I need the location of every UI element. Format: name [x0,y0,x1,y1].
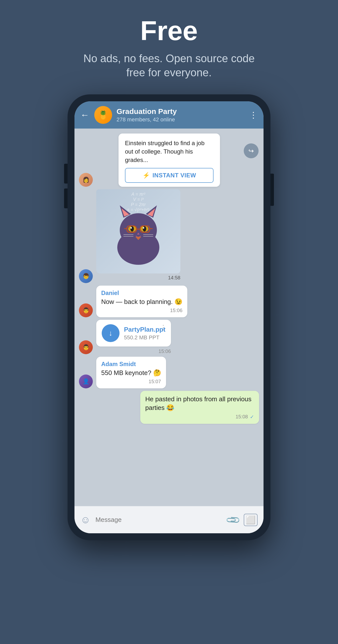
article-card: Einstein struggled to find a job out of … [118,134,220,187]
power-button [271,174,274,206]
file-menu-button[interactable]: ⋮ [160,324,167,332]
svg-point-8 [130,226,134,232]
lightning-icon: ⚡ [143,172,150,179]
phone-mockup: ← 🍍 Graduation Party 278 members, 42 onl… [67,94,271,540]
file-message-time: 15:06 [96,348,171,354]
adam-message-text: 550 MB keynote? 🤔 [101,368,161,377]
camera-button[interactable]: ⬜ [244,514,258,526]
adam-sender-name: Adam Smidt [101,361,161,368]
daniel-message-row: 👨 Daniel Now — back to planning. 😉 15:06 [79,286,259,317]
instant-view-label: INSTANT VIEW [152,172,196,179]
volume-up-button [64,164,67,184]
sender-avatar-girl: 👩 [79,173,93,187]
file-bubble: ⋮ ↓ PartyPlan.ppt 550.2 MB PPT [96,320,171,346]
file-info: PartyPlan.ppt 550.2 MB PPT [124,326,166,341]
message-input-bar: ☺ 📎 ⬜ [74,506,264,533]
own-message-footer: 15:08 ✓ [145,414,254,420]
phone-body: ← 🍍 Graduation Party 278 members, 42 onl… [67,94,271,540]
file-bubble-wrapper: ⋮ ↓ PartyPlan.ppt 550.2 MB PPT 15:06 [96,320,171,354]
chat-name: Graduation Party [117,107,249,116]
chat-info: Graduation Party 278 members, 42 online [117,107,249,123]
adam-message-row: 👤 Adam Smidt 550 MB keynote? 🤔 15:07 [79,357,259,388]
svg-point-1 [120,213,157,247]
volume-down-button [64,188,67,208]
chat-members: 278 members, 42 online [117,116,249,123]
sticker-message-row: 👦 A = πr²V = l³P = 2πrs = √(r²+h²)A = πr… [79,189,259,283]
adam-bubble: Adam Smidt 550 MB keynote? 🤔 15:07 [96,357,166,388]
forward-button[interactable]: ↪ [244,144,259,158]
svg-point-9 [143,226,146,232]
svg-point-11 [143,227,144,228]
daniel-bubble: Daniel Now — back to planning. 😉 15:06 [96,286,187,317]
svg-point-10 [130,227,132,228]
file-message-row: 👨 ⋮ ↓ PartyPlan.ppt 550.2 MB PPT [79,320,259,354]
own-message-time: 15:08 [236,414,248,420]
download-icon: ↓ [109,329,113,337]
own-message-row: He pasted in photos from all previous pa… [79,391,259,424]
page-subtitle: No ads, no fees. Open source code free f… [82,51,256,80]
daniel-sender-name: Daniel [101,290,182,296]
sticker-time: 14:58 [168,275,180,281]
article-message-row: 👩 Einstein struggled to find a job out o… [79,134,259,187]
chat-body: 👩 Einstein struggled to find a job out o… [74,128,264,506]
chat-header: ← 🍍 Graduation Party 278 members, 42 onl… [74,101,264,128]
sender-avatar-adam: 👤 [79,374,93,388]
file-size: 550.2 MB PPT [124,334,166,341]
daniel-bubble-content: Daniel Now — back to planning. 😉 15:06 [96,286,187,317]
message-tick-icon: ✓ [250,414,254,420]
article-preview-text: Einstein struggled to find a job out of … [125,139,214,164]
page-title: Free [140,15,198,46]
own-message-text: He pasted in photos from all previous pa… [145,395,254,412]
adam-bubble-wrapper: Adam Smidt 550 MB keynote? 🤔 15:07 [96,357,166,388]
own-bubble: He pasted in photos from all previous pa… [140,391,259,424]
file-name: PartyPlan.ppt [124,326,166,334]
attach-button[interactable]: 📎 [225,512,241,528]
file-download-button[interactable]: ↓ [102,324,119,342]
own-bubble-wrapper: He pasted in photos from all previous pa… [140,391,259,424]
daniel-message-text: Now — back to planning. 😉 [101,298,182,306]
back-button[interactable]: ← [80,110,89,120]
sticker-area: A = πr²V = l³P = 2πrs = √(r²+h²)A = πr² … [96,189,180,281]
chat-avatar: 🍍 [94,106,112,124]
message-input[interactable] [95,516,222,524]
phone-screen: ← 🍍 Graduation Party 278 members, 42 onl… [74,101,264,533]
daniel-message-time: 15:06 [170,308,182,313]
emoji-button[interactable]: ☺ [80,514,91,525]
instant-view-button[interactable]: ⚡ INSTANT VIEW [125,168,214,183]
cat-sticker-svg [109,198,168,265]
sender-avatar-file: 👨 [79,340,93,354]
daniel-message-footer: 15:06 [101,308,182,313]
sender-avatar-daniel: 👨 [79,304,93,317]
menu-button[interactable]: ⋮ [249,110,258,120]
adam-message-time: 15:07 [149,379,161,384]
sticker-image: A = πr²V = l³P = 2πrs = √(r²+h²)A = πr² … [96,189,180,274]
forward-icon: ↪ [248,147,254,155]
adam-message-footer: 15:07 [101,379,161,384]
sender-avatar-guy1: 👦 [79,269,93,283]
